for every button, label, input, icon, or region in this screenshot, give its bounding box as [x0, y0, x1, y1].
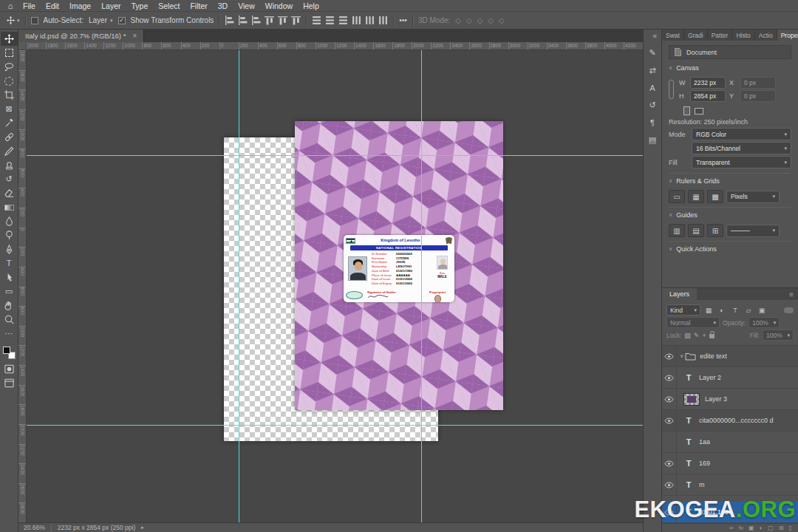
- distribute-left-icon[interactable]: [352, 16, 361, 25]
- link-layers-icon[interactable]: ∞: [729, 525, 734, 531]
- guides-section-header[interactable]: ∨ Guides: [669, 207, 791, 222]
- lock-pixels-icon[interactable]: ✎: [694, 332, 700, 339]
- guide-toggle-icon[interactable]: ⊞: [707, 224, 723, 237]
- pen-tool[interactable]: [1, 242, 18, 256]
- height-input[interactable]: 2854 px: [690, 90, 726, 102]
- dodge-tool[interactable]: [1, 228, 18, 242]
- collapsed-panel-icon[interactable]: ¶: [650, 118, 655, 127]
- width-input[interactable]: 2232 px: [690, 77, 726, 89]
- clone-stamp-tool[interactable]: [1, 158, 18, 172]
- layer-visibility-toggle[interactable]: [662, 474, 677, 495]
- layer-visibility-toggle[interactable]: [662, 432, 677, 452]
- menu-item[interactable]: Image: [64, 0, 96, 12]
- layer-visibility-toggle[interactable]: [662, 502, 677, 522]
- distribute-top-icon[interactable]: [312, 16, 321, 25]
- new-adjustment-icon[interactable]: ◐: [759, 525, 763, 531]
- 3d-roll-icon[interactable]: ◇: [466, 16, 472, 24]
- ruler-horizontal[interactable]: 2000180016001400120010008006004002000200…: [27, 42, 643, 50]
- rectangle-tool[interactable]: ▭: [1, 284, 18, 299]
- align-center-h-icon[interactable]: [238, 16, 248, 25]
- layer-visibility-toggle[interactable]: [662, 410, 677, 431]
- quick-actions-section-header[interactable]: ∨ Quick Actions: [669, 241, 791, 256]
- layer-name[interactable]: Layer 3: [705, 395, 727, 403]
- frame-tool[interactable]: ⊠: [1, 102, 18, 116]
- crop-tool[interactable]: [1, 88, 18, 102]
- move-tool[interactable]: [1, 32, 18, 46]
- filter-shape-icon[interactable]: ▱: [743, 305, 754, 316]
- filter-smart-object-icon[interactable]: ▣: [757, 305, 767, 316]
- 3d-slide-icon[interactable]: ◇: [488, 16, 494, 24]
- blur-tool[interactable]: [1, 214, 18, 228]
- tab-patterns[interactable]: Patter: [708, 30, 733, 41]
- history-brush-tool[interactable]: ↺: [1, 172, 18, 186]
- align-top-icon[interactable]: [265, 16, 274, 25]
- align-bottom-icon[interactable]: [291, 16, 301, 25]
- tab-layers[interactable]: Layers: [662, 288, 697, 300]
- auto-select-target-dropdown[interactable]: Layer ▾: [89, 16, 113, 24]
- distribute-bottom-icon[interactable]: [338, 16, 348, 25]
- collapsed-panel-icon[interactable]: ✎: [649, 48, 655, 58]
- portrait-orientation-button[interactable]: [683, 106, 690, 115]
- more-options-icon[interactable]: •••: [399, 16, 407, 24]
- home-icon[interactable]: ⌂: [3, 1, 18, 10]
- type-tool[interactable]: T: [1, 256, 18, 270]
- blend-mode-dropdown[interactable]: Normal ▾: [666, 317, 720, 328]
- landscape-orientation-button[interactable]: [695, 108, 703, 115]
- fill-input[interactable]: 100% ▾: [763, 330, 794, 341]
- distribute-middle-icon[interactable]: [325, 16, 335, 25]
- canvas-fill-dropdown[interactable]: Transparent ▾: [692, 156, 791, 168]
- canvas-viewport[interactable]: Kingdom of Lesotho NATIONAL REGISTRATION: [27, 50, 643, 522]
- menu-item[interactable]: Window: [260, 0, 298, 12]
- ruler-vertical[interactable]: 1800160014001200100080060040020002004006…: [18, 50, 27, 522]
- layer-name[interactable]: cita0000000...ccccccc0 d: [699, 417, 774, 424]
- distribute-right-icon[interactable]: [378, 16, 388, 25]
- current-tool-preset[interactable]: ▾: [6, 16, 20, 25]
- lock-transparency-icon[interactable]: ▨: [684, 332, 691, 339]
- filter-pixel-icon[interactable]: ▦: [703, 305, 714, 316]
- collapsed-panel-icon[interactable]: ⇄: [649, 66, 655, 75]
- x-input[interactable]: 0 px: [740, 77, 776, 89]
- path-selection-tool[interactable]: [1, 270, 18, 284]
- align-middle-icon[interactable]: [278, 16, 287, 25]
- status-arrow-icon[interactable]: ▸: [141, 525, 144, 531]
- document-type-row[interactable]: Document: [669, 45, 791, 59]
- tab-swatches[interactable]: Swat: [662, 30, 684, 41]
- layer-visibility-toggle[interactable]: [662, 453, 677, 474]
- lock-all-icon[interactable]: [709, 334, 715, 338]
- layer-row[interactable]: T Layer 2: [662, 367, 798, 389]
- canvas-section-header[interactable]: ∨ Canvas: [669, 61, 791, 75]
- zoom-level[interactable]: 20.66%: [24, 524, 45, 531]
- menu-item[interactable]: Filter: [185, 0, 212, 12]
- brush-tool[interactable]: [1, 144, 18, 158]
- filter-toggle-switch[interactable]: [784, 307, 794, 313]
- menu-item[interactable]: 3D: [213, 0, 233, 12]
- layer-row[interactable]: T 1aa: [662, 432, 798, 453]
- new-layer-icon[interactable]: ⊞: [779, 525, 784, 531]
- layer-row[interactable]: Layer 3: [662, 389, 798, 410]
- menu-item[interactable]: View: [233, 0, 260, 12]
- ruler-corner[interactable]: [18, 42, 27, 50]
- align-right-icon[interactable]: [251, 16, 261, 25]
- menu-item[interactable]: Help: [298, 0, 324, 12]
- layer-name[interactable]: edite text: [700, 352, 727, 360]
- layer-name[interactable]: Layer 2: [699, 374, 721, 381]
- tab-properties[interactable]: Properties: [777, 30, 798, 41]
- eyedropper-tool[interactable]: [1, 116, 18, 130]
- guide-style-dropdown[interactable]: ▾: [726, 225, 780, 237]
- lock-position-icon[interactable]: +: [702, 332, 706, 339]
- y-input[interactable]: 0 px: [740, 90, 776, 102]
- 3d-scale-icon[interactable]: ◇: [499, 16, 505, 24]
- color-swatches[interactable]: [3, 347, 16, 359]
- layer-row[interactable]: ∨ edite text: [662, 346, 798, 367]
- ruler-grid-toggle-icon[interactable]: ▦: [688, 190, 704, 203]
- layer-name[interactable]: m: [699, 481, 705, 488]
- filter-adjustment-icon[interactable]: ◐: [717, 305, 727, 316]
- layer-name[interactable]: 01.01.1990: [699, 508, 732, 516]
- guide-toggle-icon[interactable]: ▤: [688, 224, 704, 237]
- layer-row[interactable]: T cita0000000...ccccccc0 d: [662, 410, 798, 432]
- auto-select-checkbox[interactable]: [31, 17, 38, 24]
- expand-panels-icon[interactable]: «: [652, 32, 657, 40]
- zoom-tool[interactable]: [1, 313, 18, 327]
- filter-kind-dropdown[interactable]: Kind ▾: [666, 304, 700, 316]
- collapsed-panel-icon[interactable]: A: [649, 83, 655, 92]
